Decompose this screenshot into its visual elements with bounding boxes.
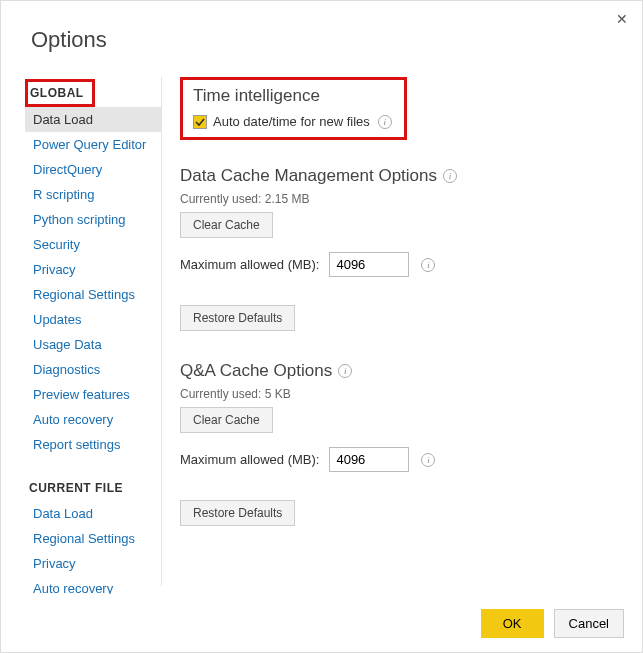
- sidebar-item-cf-privacy[interactable]: Privacy: [25, 551, 161, 576]
- time-intelligence-title: Time intelligence: [193, 86, 392, 106]
- clear-data-cache-button[interactable]: Clear Cache: [180, 212, 273, 238]
- sidebar-item-regional-settings[interactable]: Regional Settings: [25, 282, 161, 307]
- info-icon[interactable]: i: [421, 453, 435, 467]
- sidebar-item-power-query-editor[interactable]: Power Query Editor: [25, 132, 161, 157]
- time-intelligence-highlight: Time intelligence Auto date/time for new…: [180, 77, 407, 140]
- data-cache-used: Currently used: 2.15 MB: [180, 192, 622, 206]
- dialog-title: Options: [1, 1, 642, 53]
- global-header: GLOBAL: [28, 82, 92, 104]
- sidebar-item-security[interactable]: Security: [25, 232, 161, 257]
- sidebar-item-cf-auto-recovery[interactable]: Auto recovery: [25, 576, 161, 594]
- ok-button[interactable]: OK: [481, 609, 544, 638]
- sidebar-item-directquery[interactable]: DirectQuery: [25, 157, 161, 182]
- sidebar-item-preview-features[interactable]: Preview features: [25, 382, 161, 407]
- auto-datetime-label: Auto date/time for new files: [213, 114, 370, 129]
- current-file-header: CURRENT FILE: [29, 481, 161, 495]
- sidebar-item-data-load[interactable]: Data Load: [25, 107, 161, 132]
- sidebar-item-report-settings[interactable]: Report settings: [25, 432, 161, 457]
- sidebar-item-python-scripting[interactable]: Python scripting: [25, 207, 161, 232]
- sidebar-item-privacy[interactable]: Privacy: [25, 257, 161, 282]
- restore-defaults-data-cache-button[interactable]: Restore Defaults: [180, 305, 295, 331]
- qa-cache-group: Q&A Cache Options i Currently used: 5 KB…: [180, 361, 622, 526]
- main-panel: Time intelligence Auto date/time for new…: [162, 69, 642, 594]
- check-icon: [195, 117, 205, 127]
- sidebar-item-updates[interactable]: Updates: [25, 307, 161, 332]
- info-icon[interactable]: i: [338, 364, 352, 378]
- sidebar-item-cf-regional-settings[interactable]: Regional Settings: [25, 526, 161, 551]
- info-icon[interactable]: i: [421, 258, 435, 272]
- info-icon[interactable]: i: [443, 169, 457, 183]
- data-cache-max-input[interactable]: [329, 252, 409, 277]
- qa-cache-used: Currently used: 5 KB: [180, 387, 622, 401]
- sidebar-item-usage-data[interactable]: Usage Data: [25, 332, 161, 357]
- close-icon[interactable]: ✕: [612, 7, 632, 31]
- qa-cache-max-input[interactable]: [329, 447, 409, 472]
- sidebar-item-cf-data-load[interactable]: Data Load: [25, 501, 161, 526]
- sidebar: GLOBAL Data Load Power Query Editor Dire…: [1, 69, 161, 594]
- sidebar-item-r-scripting[interactable]: R scripting: [25, 182, 161, 207]
- global-header-highlight: GLOBAL: [25, 79, 95, 107]
- dialog-footer: OK Cancel: [481, 609, 624, 638]
- data-cache-group: Data Cache Management Options i Currentl…: [180, 166, 622, 331]
- clear-qa-cache-button[interactable]: Clear Cache: [180, 407, 273, 433]
- data-cache-title: Data Cache Management Options: [180, 166, 437, 186]
- sidebar-item-auto-recovery[interactable]: Auto recovery: [25, 407, 161, 432]
- auto-datetime-checkbox[interactable]: [193, 115, 207, 129]
- cancel-button[interactable]: Cancel: [554, 609, 624, 638]
- qa-cache-title: Q&A Cache Options: [180, 361, 332, 381]
- restore-defaults-qa-cache-button[interactable]: Restore Defaults: [180, 500, 295, 526]
- info-icon[interactable]: i: [378, 115, 392, 129]
- data-cache-max-label: Maximum allowed (MB):: [180, 257, 319, 272]
- sidebar-item-diagnostics[interactable]: Diagnostics: [25, 357, 161, 382]
- qa-cache-max-label: Maximum allowed (MB):: [180, 452, 319, 467]
